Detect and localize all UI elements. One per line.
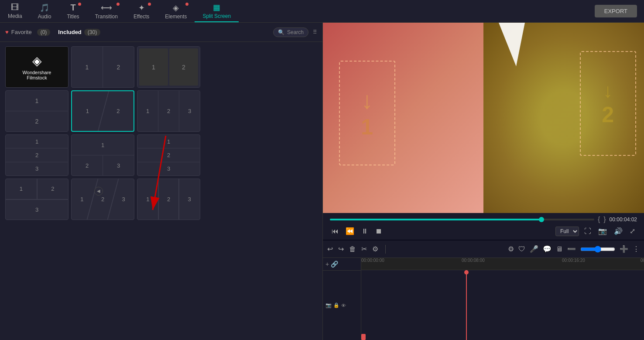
shield-button[interactable]: 🛡 [518,245,525,253]
ruler-marks: 00:00:00:00 00:00:08:00 00:00:16:20 00:0… [361,258,644,269]
add-video-track-button[interactable]: + [325,261,329,268]
timeline-tracks [361,270,644,340]
lock-icon[interactable]: 🔒 [333,302,339,308]
audio-icon: 🎵 [40,3,49,13]
seg-1: 1 [137,91,158,131]
seg-2: 2 [6,111,68,131]
out-marker[interactable]: } [603,216,606,223]
pause-button[interactable]: ⏸ [360,226,370,237]
visibility-icon[interactable]: 👁 [341,303,346,308]
timeline-area: ↩ ↪ 🗑 ✂ ⚙ ⚙ 🛡 🎤 💬 🖥 ➖ ➕ ⋮ [323,240,644,340]
wondershare-filmstock-cell[interactable]: ◈ Wondershare Filmstock [5,46,69,88]
skip-back-button[interactable]: ⏮ [330,226,340,237]
zoom-out-button[interactable]: ➖ [567,245,576,253]
nav-elements[interactable]: ◈ Elements [157,0,195,22]
layout-3diag-cell[interactable]: 1 2 3 [71,179,134,220]
step-back-button[interactable]: ⏪ [344,225,356,237]
cut-button[interactable]: ✂ [361,245,367,253]
grid-row-3: 1 2 3 1 2 3 [5,134,317,176]
nav-transition[interactable]: ⟷ Transition [87,0,126,22]
ruler-mark-2: 00:00:16:20 [562,258,585,263]
seg-2: 2 [72,155,103,175]
layout-2h-gap-cell[interactable]: 1 2 [137,46,200,88]
mic-button[interactable]: 🎤 [530,245,538,253]
nav-audio[interactable]: 🎵 Audio [30,0,59,22]
expand-button[interactable]: ⤢ [628,225,637,237]
left-panel: ♥ Favorite (0) Included (30) 🔍 Search ⠿ … [0,23,323,340]
zoom-in-button[interactable]: ➕ [620,245,628,253]
export-button[interactable]: EXPORT [595,5,637,17]
included-label[interactable]: Included [58,29,81,35]
link-button[interactable]: 🔗 [331,261,338,268]
undo-button[interactable]: ↩ [327,245,333,253]
favorite-section[interactable]: ♥ Favorite (0) [5,29,50,36]
nav-media[interactable]: 🎞 Media [0,0,30,22]
timeline-ruler: 00:00:00:00 00:00:08:00 00:00:16:20 00:0… [361,258,644,270]
nav-effects[interactable]: ✦ Effects [126,0,157,22]
playhead-handle[interactable] [464,270,469,275]
elements-badge [185,3,188,6]
seg-1: 1 [139,48,168,86]
more-options-button[interactable]: ⋮ [633,245,640,253]
settings-button[interactable]: ⚙ [508,245,514,253]
preview-right-panel: ↓ 2 [483,23,644,213]
layout-2v-cell[interactable]: 1 2 [5,90,69,132]
delete-button[interactable]: 🗑 [349,245,356,253]
screenshot-button[interactable]: 📷 [596,225,609,237]
seg-2: 2 [37,179,69,199]
favorite-label: Favorite [11,29,32,35]
seg-2: 2 [158,91,179,131]
toolbar-separator [385,245,386,254]
seg-3: 3 [103,155,134,175]
drop-zone-2[interactable]: ↓ 2 [580,51,636,156]
elements-icon: ◈ [173,3,179,13]
titles-badge [78,3,81,6]
seg-1: 1 [6,91,68,111]
layout-1t2b-cell[interactable]: 1 2 3 [71,134,134,176]
div2 [178,179,179,220]
nav-titles[interactable]: T Titles [59,0,87,22]
progress-bar-container: { } 00:00:04:02 [330,216,637,223]
collapse-panel-button[interactable]: ◀ [94,187,103,196]
in-marker[interactable]: { [598,216,600,223]
heart-icon: ♥ [5,29,9,35]
drop-zone-1[interactable]: ↓ 1 [339,61,395,165]
playhead[interactable] [466,270,467,340]
stop-button[interactable]: ⏹ [373,226,384,237]
volume-button[interactable]: 🔊 [612,225,624,237]
zoom-slider[interactable] [580,246,615,253]
nav-titles-label: Titles [67,14,79,20]
seg-3: 3 [179,179,200,220]
seg-2: 2 [103,47,134,87]
layout-2diag-cell[interactable]: 1 2 [71,90,134,132]
seg-1: 1 [6,179,37,199]
fullscreen-button[interactable]: ⛶ [582,226,593,237]
search-bar[interactable]: 🔍 Search [273,27,308,37]
progress-bar[interactable] [330,219,594,220]
seg-3: 3 [137,162,200,175]
seg-1: 1 [6,135,68,148]
grid-view-icon[interactable]: ⠿ [313,29,317,35]
grid-row-2: 1 2 1 2 1 2 3 [5,90,317,132]
seg-2: 2 [169,48,198,86]
nav-splitscreen-label: Split Screen [202,13,231,19]
layout-3h-cell[interactable]: 1 2 3 [137,90,200,132]
nav-splitscreen[interactable]: ▦ Split Screen [195,0,239,22]
captions-button[interactable]: 💬 [543,245,552,253]
seg-1: 1 [72,47,103,87]
layout-3diag2-cell[interactable]: 1 2 3 [137,179,200,220]
drop-zone-2-arrow: ↓ [603,79,613,102]
layout-3v-cell[interactable]: 1 2 3 [5,134,69,176]
progress-handle[interactable] [539,217,544,222]
drop-zone-1-arrow: ↓ [361,86,373,114]
timeline-track-area: 00:00:00:00 00:00:08:00 00:00:16:20 00:0… [361,258,644,340]
redo-button[interactable]: ↪ [338,245,344,253]
layout-2t3b-cell[interactable]: 1 2 3 [5,179,69,220]
adjustments-button[interactable]: ⚙ [372,245,378,253]
monitor-button[interactable]: 🖥 [556,245,563,253]
quality-selector[interactable]: Full 1/2 1/4 [555,227,579,236]
layout-3h-gap-cell[interactable]: 1 2 3 [137,134,200,176]
seg-3: 3 [6,162,68,175]
layout-2h-cell[interactable]: 1 2 [71,46,134,88]
effects-icon: ✦ [138,3,145,13]
